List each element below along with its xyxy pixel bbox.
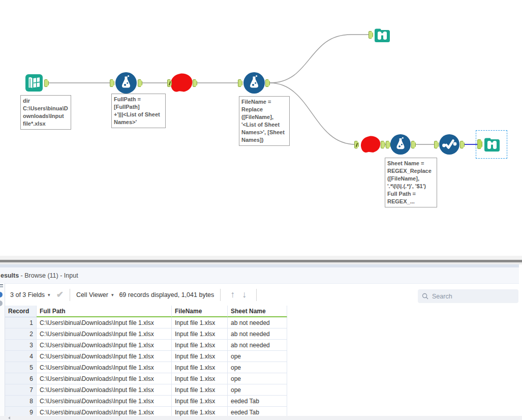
chevron-down-icon: ▾ <box>48 292 50 297</box>
results-hscrollbar[interactable] <box>0 416 522 420</box>
formula-tool-3[interactable] <box>390 134 411 157</box>
fields-dropdown-label: 3 of 3 Fields <box>10 291 45 298</box>
filename-cell[interactable]: Input file 1.xlsx <box>172 373 228 384</box>
record-cell[interactable]: 6 <box>5 373 37 384</box>
sort-up-icon[interactable]: ↑ <box>227 289 238 300</box>
select-tool[interactable] <box>439 134 460 157</box>
col-header-full-path[interactable]: Full Path <box>37 306 172 317</box>
table-row: 5 C:\Users\binua\Downloads\Input file 1.… <box>5 362 287 373</box>
search-input[interactable] <box>432 293 508 300</box>
connection-formula2-browse1[interactable] <box>270 35 370 83</box>
fields-dropdown[interactable]: 3 of 3 Fields ▾ <box>10 291 50 298</box>
cell-viewer-label: Cell Viewer <box>76 291 108 298</box>
sheet-name-cell[interactable]: ab not needed <box>228 340 287 351</box>
macro-input-glyph <box>356 143 358 147</box>
col-header-sheet-name[interactable]: Sheet Name <box>228 306 287 317</box>
record-cell[interactable]: 3 <box>5 340 37 351</box>
full-path-cell[interactable]: C:\Users\binua\Downloads\Input file 1.xl… <box>37 351 172 362</box>
record-cell[interactable]: 1 <box>5 317 37 328</box>
annotation-directory[interactable]: dir C:\Users\binua\D ownloads\Input file… <box>20 95 71 130</box>
full-path-cell[interactable]: C:\Users\binua\Downloads\Input file 1.xl… <box>37 340 172 351</box>
table-row: 4 C:\Users\binua\Downloads\Input file 1.… <box>5 351 287 362</box>
sheet-name-cell[interactable]: ope <box>228 384 287 396</box>
table-row: 1 C:\Users\binua\Downloads\Input file 1.… <box>5 317 287 328</box>
results-side-toolbar[interactable] <box>0 283 5 416</box>
toolbar-divider <box>70 289 70 301</box>
col-header-record[interactable]: Record <box>5 306 37 317</box>
full-path-cell[interactable]: C:\Users\binua\Downloads\Input file 1.xl… <box>37 373 172 384</box>
macro-tool-2[interactable] <box>360 136 381 156</box>
sheet-name-cell[interactable]: ope <box>228 351 287 362</box>
select-tool-icon <box>439 134 460 155</box>
toolbar-divider <box>220 289 221 301</box>
full-path-cell[interactable]: C:\Users\binua\Downloads\Input file 1.xl… <box>37 384 172 396</box>
formula-tool-2[interactable] <box>243 72 265 96</box>
annotation-formula2[interactable]: FileName = Replace ([FileName], '<List o… <box>239 96 290 146</box>
results-panel-title: esults - Browse (11) - Input <box>0 267 522 283</box>
cell-viewer-dropdown[interactable]: Cell Viewer ▾ <box>76 291 114 298</box>
table-row: 7 C:\Users\binua\Downloads\Input file 1.… <box>5 384 287 396</box>
table-header-row: Record Full Path FileName Sheet Name <box>5 306 287 317</box>
table-row: 3 C:\Users\binua\Downloads\Input file 1.… <box>5 340 287 351</box>
sheet-name-cell[interactable]: ab not needed <box>228 328 287 340</box>
canvas-hscrollbar[interactable] <box>0 256 522 260</box>
table-row: 8 C:\Users\binua\Downloads\Input file 1.… <box>5 396 287 407</box>
full-path-cell[interactable]: C:\Users\binua\Downloads\Input file 1.xl… <box>37 396 172 407</box>
scroll-left-icon[interactable] <box>8 416 10 419</box>
sheet-name-cell[interactable]: ab not needed <box>228 317 287 328</box>
filename-cell[interactable]: Input file 1.xlsx <box>172 384 228 396</box>
search-icon <box>422 293 428 299</box>
sort-down-icon[interactable]: ↓ <box>238 289 250 300</box>
info-icon <box>0 292 3 297</box>
directory-tool[interactable] <box>25 74 43 94</box>
filename-cell[interactable]: Input file 1.xlsx <box>172 328 228 340</box>
record-cell[interactable]: 5 <box>5 362 37 373</box>
filename-cell[interactable]: Input file 1.xlsx <box>172 362 228 373</box>
annotation-formula1[interactable]: FullPath = [FullPath] +'|||<List of Shee… <box>111 94 166 128</box>
toolbar-divider <box>256 289 257 301</box>
metadata-icon <box>0 301 3 306</box>
full-path-cell[interactable]: C:\Users\binua\Downloads\Input file 1.xl… <box>37 328 172 340</box>
col-header-filename[interactable]: FileName <box>172 306 228 317</box>
full-path-cell[interactable]: C:\Users\binua\Downloads\Input file 1.xl… <box>37 362 172 373</box>
filename-cell[interactable]: Input file 1.xlsx <box>172 396 228 407</box>
record-cell[interactable]: 8 <box>5 396 37 407</box>
table-row: 6 C:\Users\binua\Downloads\Input file 1.… <box>5 373 287 384</box>
sheet-name-cell[interactable]: ope <box>228 362 287 373</box>
results-title-context: - Browse (11) - Input <box>19 272 78 279</box>
sheet-name-cell[interactable]: ope <box>228 373 287 384</box>
formula-tool-icon <box>115 72 137 94</box>
directory-tool-icon <box>25 74 43 92</box>
filename-cell[interactable]: Input file 1.xlsx <box>172 351 228 362</box>
browse-tool-icon <box>374 26 391 43</box>
record-cell[interactable]: 4 <box>5 351 37 362</box>
full-path-cell[interactable]: C:\Users\binua\Downloads\Input file 1.xl… <box>37 317 172 328</box>
alteryx-window: dir C:\Users\binua\D ownloads\Input file… <box>0 0 522 420</box>
filename-cell[interactable]: Input file 1.xlsx <box>172 317 228 328</box>
table-view-icon <box>0 286 3 287</box>
browse-tool-icon <box>483 135 501 153</box>
workflow-canvas[interactable]: dir C:\Users\binua\D ownloads\Input file… <box>0 0 522 256</box>
filename-cell[interactable]: Input file 1.xlsx <box>172 340 228 351</box>
macro-input-glyph <box>169 81 171 85</box>
formula-tool-icon <box>243 72 265 94</box>
table-row: 2 C:\Users\binua\Downloads\Input file 1.… <box>5 328 287 340</box>
results-search[interactable] <box>418 289 518 303</box>
chevron-down-icon: ▾ <box>111 292 114 297</box>
browse-tool-1[interactable] <box>374 26 391 45</box>
table-view-icon <box>0 284 3 285</box>
results-title-label: esults <box>1 272 19 279</box>
formula-tool-icon <box>390 134 411 155</box>
macro-tool-icon <box>170 73 193 94</box>
record-cell[interactable]: 2 <box>5 328 37 340</box>
results-vscrollbar-gutter[interactable] <box>519 264 522 420</box>
browse-tool-2[interactable] <box>483 135 501 155</box>
results-table: Record Full Path FileName Sheet Name 1 C… <box>5 306 287 418</box>
record-cell[interactable]: 7 <box>5 384 37 396</box>
macro-tool-icon <box>360 136 381 154</box>
annotation-formula3[interactable]: Sheet Name = REGEX_Replace ([FileName], … <box>385 158 437 207</box>
sheet-name-cell[interactable]: eeded Tab <box>228 396 287 407</box>
formula-tool-1[interactable] <box>115 72 137 96</box>
macro-tool-1[interactable] <box>170 73 193 96</box>
apply-check-icon[interactable]: ✔ <box>56 289 64 300</box>
